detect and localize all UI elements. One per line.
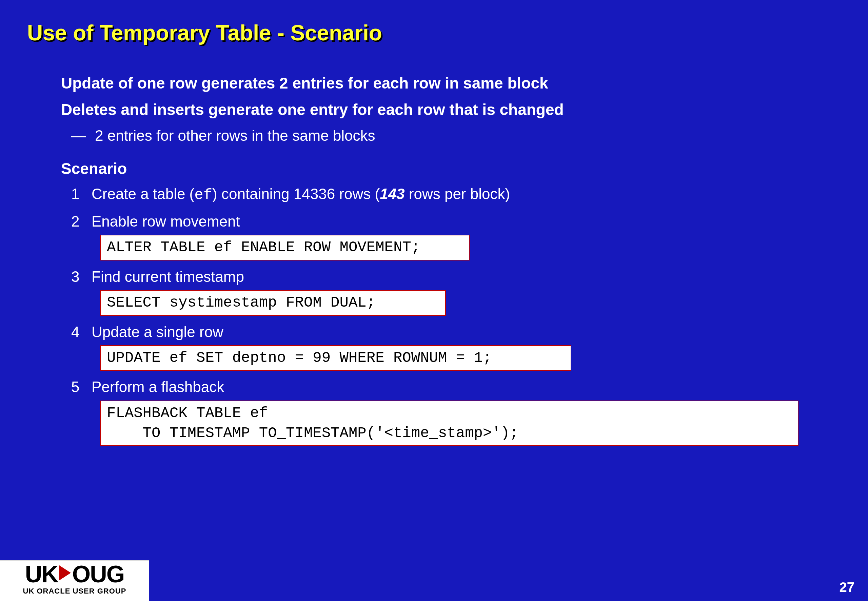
- step-text: Enable row movement: [91, 211, 240, 231]
- triangle-icon: [59, 565, 71, 580]
- text-fragment: ) containing 14336 rows (: [212, 186, 380, 202]
- bullet-2-sub: — 2 entries for other rows in the same b…: [71, 125, 841, 145]
- step-number: 4: [71, 322, 91, 342]
- step-text: Update a single row: [91, 322, 224, 342]
- logo-main: UKOUG: [0, 562, 149, 586]
- step-text: Perform a flashback: [91, 377, 224, 397]
- logo-prefix: UK: [25, 561, 58, 587]
- step-text: Find current timestamp: [91, 267, 244, 287]
- scenario-label: Scenario: [61, 159, 127, 178]
- code-box-3: SELECT systimestamp FROM DUAL;: [100, 290, 446, 316]
- step-3: 3 Find current timestamp: [71, 267, 841, 287]
- slide-body: Update of one row generates 2 entries fo…: [27, 73, 841, 446]
- step-5: 5 Perform a flashback: [71, 377, 841, 397]
- text-fragment: rows per block): [405, 186, 510, 202]
- bullet-2: Deletes and inserts generate one entry f…: [41, 99, 841, 120]
- page-number: 27: [839, 580, 855, 595]
- step-4: 4 Update a single row: [71, 322, 841, 342]
- step-text: Create a table (ef) containing 14336 row…: [91, 184, 510, 205]
- sub-bullet-text: 2 entries for other rows in the same blo…: [95, 125, 375, 145]
- step-number: 2: [71, 211, 91, 231]
- code-box-2: ALTER TABLE ef ENABLE ROW MOVEMENT;: [100, 235, 470, 260]
- scenario-heading: Scenario: [41, 159, 841, 178]
- code-box-5: FLASHBACK TABLE ef TO TIMESTAMP TO_TIMES…: [100, 401, 798, 446]
- step-number: 5: [71, 377, 91, 397]
- step-1: 1 Create a table (ef) containing 14336 r…: [71, 184, 841, 205]
- slide-title: Use of Temporary Table - Scenario: [27, 20, 841, 46]
- text-fragment: Create a table (: [91, 186, 194, 202]
- code-box-4: UPDATE ef SET deptno = 99 WHERE ROWNUM =…: [100, 345, 571, 371]
- inline-code: ef: [194, 186, 212, 203]
- bullet-text: Deletes and inserts generate one entry f…: [61, 99, 564, 120]
- emph-number: 143: [380, 186, 405, 202]
- dash-marker: —: [71, 125, 95, 145]
- step-2: 2 Enable row movement: [71, 211, 841, 231]
- bullet-1: Update of one row generates 2 entries fo…: [41, 73, 841, 94]
- slide: Use of Temporary Table - Scenario Update…: [0, 0, 868, 601]
- logo-suffix: OUG: [72, 561, 124, 587]
- bullet-text: Update of one row generates 2 entries fo…: [61, 73, 548, 94]
- logo-ukoug: UKOUG UK ORACLE USER GROUP: [0, 560, 149, 601]
- step-number: 3: [71, 267, 91, 287]
- logo-subtitle: UK ORACLE USER GROUP: [0, 587, 149, 596]
- step-number: 1: [71, 184, 91, 204]
